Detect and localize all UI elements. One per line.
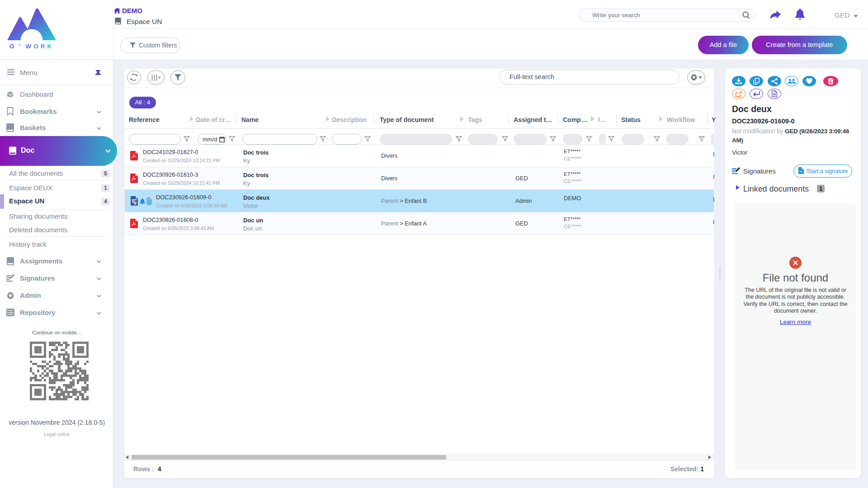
svg-text:w: w: [133, 202, 137, 205]
